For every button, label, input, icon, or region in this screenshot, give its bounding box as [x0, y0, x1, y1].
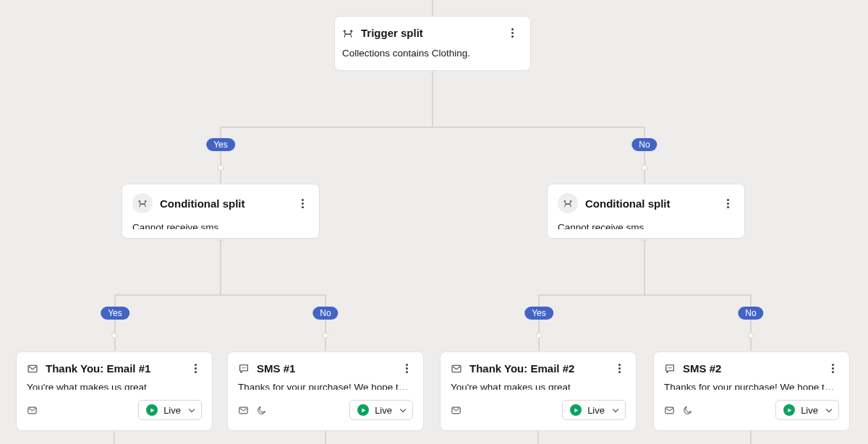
- connector: [220, 127, 221, 184]
- leaf-label-no: No: [738, 307, 763, 320]
- mail-outline-icon[interactable]: [664, 405, 675, 416]
- svg-point-4: [244, 367, 245, 368]
- split-icon: [132, 193, 153, 213]
- node-description: Thanks for your purchase! We hope that …: [238, 382, 413, 390]
- connector: [220, 238, 221, 294]
- node-action-sms-2[interactable]: SMS #2 Thanks for your purchase! We hope…: [653, 351, 850, 431]
- node-menu-button[interactable]: [613, 364, 626, 373]
- node-conditional-split-left[interactable]: Conditional split Cannot receive sms.: [122, 184, 320, 239]
- chat-icon: [664, 363, 676, 375]
- connector: [537, 431, 539, 444]
- leaf-label-yes: Yes: [101, 307, 129, 320]
- play-icon: [357, 404, 369, 416]
- status-label: Live: [163, 405, 181, 416]
- svg-point-3: [243, 367, 244, 368]
- connector: [644, 238, 645, 294]
- node-menu-button[interactable]: [296, 199, 309, 208]
- node-description: Cannot receive sms.: [558, 222, 734, 229]
- mail-outline-icon[interactable]: [27, 405, 38, 416]
- connector: [432, 0, 433, 16]
- node-menu-button[interactable]: [826, 364, 839, 373]
- status-label: Live: [587, 405, 605, 416]
- connector: [114, 294, 116, 351]
- flow-canvas: Yes No Yes No Yes No Trigger split: [0, 0, 868, 444]
- play-icon: [146, 404, 158, 416]
- node-description: Cannot receive sms.: [132, 222, 309, 229]
- node-title: Trigger split: [361, 27, 423, 39]
- node-action-email-1[interactable]: Thank You: Email #1 You're what makes us…: [16, 351, 213, 431]
- split-icon: [558, 193, 578, 213]
- mail-outline-icon[interactable]: [451, 405, 461, 416]
- svg-point-10: [671, 367, 671, 368]
- mail-icon: [451, 363, 462, 375]
- chevron-down-icon: [400, 406, 406, 411]
- chevron-down-icon: [826, 406, 832, 411]
- connector: [750, 431, 752, 444]
- connector: [114, 431, 115, 444]
- node-action-email-2[interactable]: Thank You: Email #2 You're what makes us…: [440, 351, 637, 431]
- svg-point-2: [242, 367, 242, 368]
- chat-icon: [238, 363, 250, 375]
- port: [748, 333, 754, 338]
- leaf-label-no: No: [312, 307, 338, 320]
- node-action-sms-1[interactable]: SMS #1 Thanks for your purchase! We hope…: [227, 351, 424, 431]
- svg-point-8: [668, 367, 668, 368]
- connector: [325, 294, 326, 351]
- moon-icon[interactable]: [256, 405, 267, 416]
- node-title: Conditional split: [585, 197, 671, 210]
- node-menu-button[interactable]: [721, 199, 734, 208]
- split-icon: [342, 27, 354, 39]
- port: [218, 165, 224, 171]
- status-picker[interactable]: Live: [138, 400, 202, 420]
- chevron-down-icon: [189, 406, 195, 411]
- node-title: Thank You: Email #1: [46, 362, 150, 375]
- connector: [114, 294, 326, 296]
- connector: [644, 127, 645, 184]
- node-menu-button[interactable]: [400, 364, 413, 373]
- play-icon: [783, 404, 795, 416]
- node-menu-button[interactable]: [189, 364, 202, 373]
- branch-label-yes: Yes: [206, 138, 235, 151]
- node-description: You're what makes us great: [451, 382, 626, 390]
- status-label: Live: [801, 405, 818, 416]
- node-title: Conditional split: [160, 197, 245, 210]
- node-title: SMS #2: [683, 362, 721, 375]
- status-picker[interactable]: Live: [562, 400, 626, 420]
- svg-point-9: [669, 367, 670, 368]
- port: [111, 333, 117, 338]
- node-description: Collections contains Clothing.: [342, 48, 519, 59]
- port: [642, 165, 647, 171]
- node-conditional-split-right[interactable]: Conditional split Cannot receive sms.: [547, 184, 745, 239]
- connector: [750, 294, 752, 351]
- status-picker[interactable]: Live: [775, 400, 839, 420]
- connector: [538, 294, 540, 351]
- mail-outline-icon[interactable]: [238, 405, 249, 416]
- play-icon: [570, 404, 582, 416]
- connector: [220, 127, 645, 128]
- node-trigger-split[interactable]: Trigger split Collections contains Cloth…: [334, 16, 531, 71]
- status-picker[interactable]: Live: [349, 400, 413, 420]
- leaf-label-yes: Yes: [524, 307, 553, 320]
- moon-icon[interactable]: [682, 405, 693, 416]
- node-description: Thanks for your purchase! We hope that …: [664, 382, 839, 390]
- node-title: SMS #1: [257, 362, 295, 375]
- mail-icon: [27, 363, 38, 375]
- port: [323, 333, 328, 338]
- port: [536, 333, 542, 338]
- connector: [538, 294, 751, 296]
- node-title: Thank You: Email #2: [469, 362, 574, 375]
- connector: [432, 70, 433, 127]
- connector: [325, 431, 326, 444]
- status-label: Live: [375, 405, 392, 416]
- chevron-down-icon: [613, 406, 618, 411]
- node-description: You're what makes us great: [27, 382, 202, 390]
- node-menu-button[interactable]: [506, 28, 519, 38]
- branch-label-no: No: [631, 138, 657, 151]
